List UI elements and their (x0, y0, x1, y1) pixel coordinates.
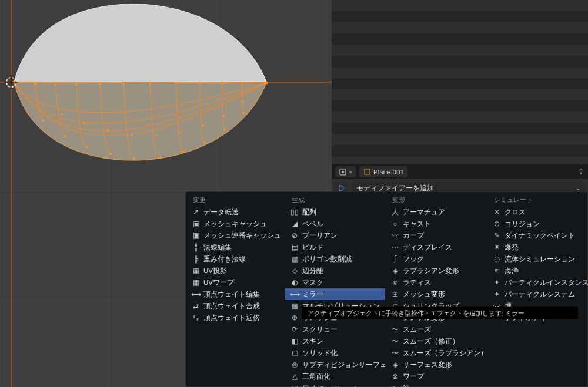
modifier-icon: ▦ (192, 267, 200, 275)
menu-item-simulate-0[interactable]: ✕クロス (487, 206, 588, 218)
menu-item-deform-7[interactable]: ⊞メッシュ変形 (385, 288, 487, 300)
menu-item-deform-15[interactable]: ∿波 (385, 382, 487, 387)
editor-type-selector[interactable]: ▾ (335, 166, 356, 177)
menu-item-deform-11[interactable]: 〜スムーズ（修正） (385, 335, 487, 347)
menu-item-label: キャスト (403, 220, 431, 228)
pin-icon[interactable] (577, 168, 584, 176)
menu-item-generate-14[interactable]: △三角面化 (285, 371, 385, 382)
menu-item-generate-7[interactable]: ⟷ミラー (285, 288, 385, 300)
menu-item-generate-12[interactable]: ▢ソリッド化 (285, 347, 385, 359)
menu-item-change-4[interactable]: ╠重み付き法線 (186, 253, 285, 265)
menu-item-generate-6[interactable]: ◐マスク (285, 277, 385, 288)
menu-item-deform-2[interactable]: 〰カーブ (385, 230, 487, 241)
modifier-icon: △ (290, 372, 299, 381)
menu-item-deform-1[interactable]: ○キャスト (385, 218, 487, 230)
svg-point-31 (242, 112, 245, 114)
menu-item-label: スキン (302, 337, 323, 346)
svg-point-29 (203, 142, 206, 144)
menu-item-generate-0[interactable]: ▯▯配列 (285, 206, 385, 218)
svg-point-33 (61, 113, 63, 116)
modifier-icon: ◎ (290, 361, 299, 369)
modifier-icon: ⟳ (290, 325, 299, 334)
menu-item-change-5[interactable]: ▦UV投影 (186, 265, 285, 277)
object-name-text: Plane.001 (373, 169, 404, 176)
menu-item-deform-0[interactable]: 人アーマチュア (385, 206, 487, 218)
menu-item-label: クロス (505, 208, 526, 217)
menu-item-deform-6[interactable]: #ラティス (385, 277, 487, 288)
modifier-icon: ▣ (192, 220, 200, 228)
menu-item-change-2[interactable]: ▣メッシュ連番キャッシュ (186, 230, 285, 241)
menu-item-simulate-6[interactable]: ✦パーティクルインスタンス (487, 277, 588, 288)
menu-item-generate-4[interactable]: ▥ポリゴン数削減 (285, 253, 385, 265)
menu-item-deform-14[interactable]: ⊗ワープ (385, 371, 487, 382)
modifier-icon: ▥ (290, 255, 299, 263)
menu-item-deform-5[interactable]: ◈ラプラシアン変形 (385, 265, 487, 277)
col-header-generate: 生成 (285, 193, 385, 206)
menu-item-label: コリジョン (505, 220, 540, 228)
menu-item-change-1[interactable]: ▣メッシュキャッシュ (186, 218, 285, 230)
menu-item-change-6[interactable]: ▦UVワープ (186, 277, 285, 288)
menu-item-generate-11[interactable]: ◧スキン (285, 335, 385, 347)
menu-item-label: カーブ (403, 231, 424, 240)
menu-item-label: サブディビジョンサーフェス (302, 361, 385, 369)
menu-item-generate-5[interactable]: ◇辺分離 (285, 265, 385, 277)
menu-item-change-0[interactable]: ↗データ転送 (186, 206, 285, 218)
svg-point-15 (99, 83, 101, 85)
modifier-icon: ⇄ (192, 302, 200, 310)
svg-rect-48 (365, 169, 370, 174)
menu-item-deform-3[interactable]: ⋯ディスプレイス (385, 241, 487, 253)
svg-point-28 (181, 150, 183, 153)
modifier-icon: ◌ (493, 255, 501, 263)
properties-header: ▾ Plane.001 (332, 164, 588, 179)
menu-item-label: 三角面化 (302, 372, 330, 381)
modifier-icon: 〰 (391, 231, 399, 240)
svg-point-38 (179, 131, 182, 133)
menu-item-deform-12[interactable]: 〜スムーズ（ラプラシアン） (385, 347, 487, 359)
svg-point-12 (34, 83, 36, 85)
modifier-icon: ✷ (493, 243, 501, 251)
modifier-icon: ◐ (290, 278, 299, 287)
menu-item-label: パーティクルインスタンス (505, 278, 588, 287)
menu-item-simulate-5[interactable]: ≋海洋 (487, 265, 588, 277)
properties-icon (339, 168, 347, 176)
menu-col-deform: 変形 人アーマチュア○キャスト〰カーブ⋯ディスプレイスʃフック◈ラプラシアン変形… (385, 192, 487, 387)
svg-point-16 (122, 82, 125, 85)
tooltip: アクティブオブジェクトに手続き型操作・エフェクトを追加します: ミラー (302, 307, 578, 319)
modifier-icon: ⟷ (192, 290, 200, 298)
svg-point-32 (39, 102, 41, 104)
menu-item-simulate-2[interactable]: ✎ダイナミックペイント (487, 230, 588, 241)
menu-item-deform-4[interactable]: ʃフック (385, 253, 487, 265)
menu-item-label: ラティス (403, 278, 431, 287)
menu-item-label: 頂点ウェイト編集 (203, 290, 260, 299)
menu-item-generate-3[interactable]: ▤ビルド (285, 241, 385, 253)
menu-item-label: 頂点ウェイト合成 (203, 302, 260, 311)
modifier-icon: ∿ (391, 384, 399, 387)
menu-item-simulate-4[interactable]: ◌流体シミュレーション (487, 253, 588, 265)
properties-backdrop (332, 0, 588, 162)
modifier-icon: ▤ (290, 243, 299, 251)
modifier-icon: ⇆ (192, 314, 200, 322)
modifier-icon: ⊘ (290, 231, 299, 240)
menu-item-label: 重み付き法線 (203, 255, 246, 264)
menu-item-generate-15[interactable]: ◫ワイヤーフレーム (285, 382, 385, 387)
modifier-icon: 人 (391, 208, 399, 216)
menu-item-change-3[interactable]: ╬法線編集 (186, 241, 285, 253)
menu-item-generate-2[interactable]: ⊘ブーリアン (285, 230, 385, 241)
modifier-icon: ◢ (290, 220, 299, 228)
menu-item-label: 法線編集 (203, 243, 232, 252)
menu-col-change: 変更 ↗データ転送▣メッシュキャッシュ▣メッシュ連番キャッシュ╬法線編集╠重み付… (186, 192, 285, 387)
menu-item-deform-10[interactable]: 〜スムーズ (385, 324, 487, 335)
object-name-field[interactable]: Plane.001 (359, 166, 407, 177)
menu-item-simulate-7[interactable]: ✦パーティクルシステム (487, 288, 588, 300)
menu-item-deform-13[interactable]: ◈サーフェス変形 (385, 359, 487, 371)
modifier-icon: ✦ (493, 290, 501, 298)
menu-item-label: 配列 (302, 208, 316, 217)
menu-item-generate-10[interactable]: ⟳スクリュー (285, 324, 385, 335)
menu-item-simulate-3[interactable]: ✷爆発 (487, 241, 588, 253)
menu-item-generate-1[interactable]: ◢ベベル (285, 218, 385, 230)
menu-item-change-8[interactable]: ⇄頂点ウェイト合成 (186, 300, 285, 312)
menu-item-simulate-1[interactable]: ⊙コリジョン (487, 218, 588, 230)
menu-item-change-9[interactable]: ⇆頂点ウェイト近傍 (186, 312, 285, 324)
menu-item-change-7[interactable]: ⟷頂点ウェイト編集 (186, 288, 285, 300)
menu-item-generate-13[interactable]: ◎サブディビジョンサーフェス (285, 359, 385, 371)
